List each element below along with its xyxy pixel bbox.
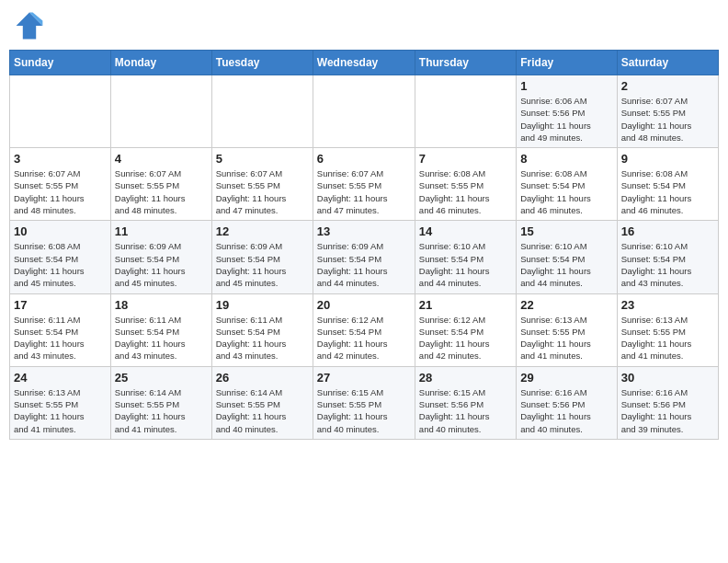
day-number: 18 — [115, 298, 208, 312]
logo — [13, 9, 50, 42]
weekday-header: Saturday — [617, 51, 718, 75]
day-info: Sunrise: 6:16 AMSunset: 5:56 PMDaylight:… — [621, 386, 714, 435]
day-number: 6 — [317, 152, 411, 166]
day-number: 15 — [520, 224, 612, 238]
calendar-day-cell: 7Sunrise: 6:08 AMSunset: 5:55 PMDaylight… — [415, 148, 516, 221]
calendar-header-row: SundayMondayTuesdayWednesdayThursdayFrid… — [10, 51, 719, 75]
day-info: Sunrise: 6:07 AMSunset: 5:55 PMDaylight:… — [14, 167, 107, 216]
day-number: 25 — [115, 371, 208, 385]
day-info: Sunrise: 6:07 AMSunset: 5:55 PMDaylight:… — [317, 167, 411, 216]
calendar-day-cell: 19Sunrise: 6:11 AMSunset: 5:54 PMDayligh… — [211, 293, 313, 366]
calendar-day-cell: 22Sunrise: 6:13 AMSunset: 5:55 PMDayligh… — [517, 293, 617, 366]
calendar-week-row: 3Sunrise: 6:07 AMSunset: 5:55 PMDaylight… — [10, 148, 719, 221]
day-info: Sunrise: 6:07 AMSunset: 5:55 PMDaylight:… — [115, 167, 208, 216]
day-info: Sunrise: 6:11 AMSunset: 5:54 PMDaylight:… — [115, 314, 208, 362]
calendar-day-cell: 30Sunrise: 6:16 AMSunset: 5:56 PMDayligh… — [617, 366, 718, 439]
calendar-day-cell: 10Sunrise: 6:08 AMSunset: 5:54 PMDayligh… — [10, 221, 111, 293]
day-info: Sunrise: 6:06 AMSunset: 5:56 PMDaylight:… — [520, 95, 612, 144]
day-info: Sunrise: 6:10 AMSunset: 5:54 PMDaylight:… — [419, 240, 512, 289]
weekday-header: Thursday — [415, 51, 516, 75]
calendar-day-cell: 20Sunrise: 6:12 AMSunset: 5:54 PMDayligh… — [313, 293, 415, 366]
day-info: Sunrise: 6:12 AMSunset: 5:54 PMDaylight:… — [419, 314, 512, 362]
svg-marker-0 — [17, 13, 43, 40]
calendar-day-cell: 11Sunrise: 6:09 AMSunset: 5:54 PMDayligh… — [110, 221, 211, 293]
calendar-day-cell: 16Sunrise: 6:10 AMSunset: 5:54 PMDayligh… — [617, 221, 718, 293]
calendar-day-cell: 3Sunrise: 6:07 AMSunset: 5:55 PMDaylight… — [10, 148, 111, 221]
day-number: 26 — [216, 371, 309, 385]
calendar-week-row: 10Sunrise: 6:08 AMSunset: 5:54 PMDayligh… — [10, 221, 719, 293]
day-number: 12 — [216, 224, 309, 238]
calendar-day-cell: 24Sunrise: 6:13 AMSunset: 5:55 PMDayligh… — [10, 366, 111, 439]
logo-icon — [13, 9, 46, 42]
day-info: Sunrise: 6:13 AMSunset: 5:55 PMDaylight:… — [621, 314, 714, 362]
day-info: Sunrise: 6:10 AMSunset: 5:54 PMDaylight:… — [520, 240, 612, 289]
day-number: 28 — [419, 371, 512, 385]
day-number: 20 — [317, 298, 411, 312]
calendar-day-cell: 26Sunrise: 6:14 AMSunset: 5:55 PMDayligh… — [211, 366, 313, 439]
calendar-week-row: 17Sunrise: 6:11 AMSunset: 5:54 PMDayligh… — [10, 293, 719, 366]
day-info: Sunrise: 6:15 AMSunset: 5:55 PMDaylight:… — [317, 386, 411, 435]
calendar-day-cell: 2Sunrise: 6:07 AMSunset: 5:55 PMDaylight… — [617, 75, 718, 148]
calendar-day-cell: 12Sunrise: 6:09 AMSunset: 5:54 PMDayligh… — [211, 221, 313, 293]
day-number: 8 — [520, 152, 612, 166]
day-number: 10 — [14, 224, 107, 238]
calendar-day-cell: 1Sunrise: 6:06 AMSunset: 5:56 PMDaylight… — [517, 75, 617, 148]
day-info: Sunrise: 6:07 AMSunset: 5:55 PMDaylight:… — [216, 167, 309, 216]
calendar-day-cell: 9Sunrise: 6:08 AMSunset: 5:54 PMDaylight… — [617, 148, 718, 221]
day-info: Sunrise: 6:09 AMSunset: 5:54 PMDaylight:… — [216, 240, 309, 289]
day-number: 19 — [216, 298, 309, 312]
weekday-header: Wednesday — [313, 51, 415, 75]
weekday-header: Tuesday — [211, 51, 313, 75]
day-info: Sunrise: 6:08 AMSunset: 5:54 PMDaylight:… — [621, 167, 714, 216]
day-info: Sunrise: 6:13 AMSunset: 5:55 PMDaylight:… — [520, 314, 612, 362]
day-info: Sunrise: 6:08 AMSunset: 5:54 PMDaylight:… — [14, 240, 107, 289]
calendar-day-cell — [10, 75, 111, 148]
page-header — [9, 9, 719, 42]
day-info: Sunrise: 6:07 AMSunset: 5:55 PMDaylight:… — [621, 95, 714, 144]
day-number: 24 — [14, 371, 107, 385]
day-info: Sunrise: 6:13 AMSunset: 5:55 PMDaylight:… — [14, 386, 107, 435]
day-number: 29 — [520, 371, 612, 385]
day-number: 14 — [419, 224, 512, 238]
calendar-day-cell: 13Sunrise: 6:09 AMSunset: 5:54 PMDayligh… — [313, 221, 415, 293]
day-number: 23 — [621, 298, 714, 312]
day-number: 2 — [621, 79, 714, 93]
calendar-week-row: 24Sunrise: 6:13 AMSunset: 5:55 PMDayligh… — [10, 366, 719, 439]
day-number: 21 — [419, 298, 512, 312]
day-info: Sunrise: 6:16 AMSunset: 5:56 PMDaylight:… — [520, 386, 612, 435]
calendar-day-cell: 27Sunrise: 6:15 AMSunset: 5:55 PMDayligh… — [313, 366, 415, 439]
calendar-day-cell: 28Sunrise: 6:15 AMSunset: 5:56 PMDayligh… — [415, 366, 516, 439]
calendar-table: SundayMondayTuesdayWednesdayThursdayFrid… — [9, 50, 719, 440]
calendar-day-cell — [415, 75, 516, 148]
day-info: Sunrise: 6:08 AMSunset: 5:55 PMDaylight:… — [419, 167, 512, 216]
day-number: 13 — [317, 224, 411, 238]
day-info: Sunrise: 6:09 AMSunset: 5:54 PMDaylight:… — [317, 240, 411, 289]
day-number: 7 — [419, 152, 512, 166]
day-number: 11 — [115, 224, 208, 238]
calendar-day-cell: 14Sunrise: 6:10 AMSunset: 5:54 PMDayligh… — [415, 221, 516, 293]
calendar-day-cell: 6Sunrise: 6:07 AMSunset: 5:55 PMDaylight… — [313, 148, 415, 221]
calendar-day-cell: 18Sunrise: 6:11 AMSunset: 5:54 PMDayligh… — [110, 293, 211, 366]
day-info: Sunrise: 6:11 AMSunset: 5:54 PMDaylight:… — [216, 314, 309, 362]
day-info: Sunrise: 6:11 AMSunset: 5:54 PMDaylight:… — [14, 314, 107, 362]
day-info: Sunrise: 6:14 AMSunset: 5:55 PMDaylight:… — [216, 386, 309, 435]
calendar-day-cell: 15Sunrise: 6:10 AMSunset: 5:54 PMDayligh… — [517, 221, 617, 293]
calendar-day-cell: 25Sunrise: 6:14 AMSunset: 5:55 PMDayligh… — [110, 366, 211, 439]
day-number: 9 — [621, 152, 714, 166]
day-info: Sunrise: 6:14 AMSunset: 5:55 PMDaylight:… — [115, 386, 208, 435]
calendar-week-row: 1Sunrise: 6:06 AMSunset: 5:56 PMDaylight… — [10, 75, 719, 148]
day-number: 22 — [520, 298, 612, 312]
day-number: 16 — [621, 224, 714, 238]
day-info: Sunrise: 6:10 AMSunset: 5:54 PMDaylight:… — [621, 240, 714, 289]
calendar-day-cell: 23Sunrise: 6:13 AMSunset: 5:55 PMDayligh… — [617, 293, 718, 366]
calendar-day-cell — [313, 75, 415, 148]
day-number: 1 — [520, 79, 612, 93]
calendar-day-cell: 29Sunrise: 6:16 AMSunset: 5:56 PMDayligh… — [517, 366, 617, 439]
weekday-header: Sunday — [10, 51, 111, 75]
day-number: 17 — [14, 298, 107, 312]
calendar-day-cell: 17Sunrise: 6:11 AMSunset: 5:54 PMDayligh… — [10, 293, 111, 366]
day-number: 3 — [14, 152, 107, 166]
calendar-day-cell — [110, 75, 211, 148]
calendar-day-cell: 21Sunrise: 6:12 AMSunset: 5:54 PMDayligh… — [415, 293, 516, 366]
calendar-day-cell — [211, 75, 313, 148]
